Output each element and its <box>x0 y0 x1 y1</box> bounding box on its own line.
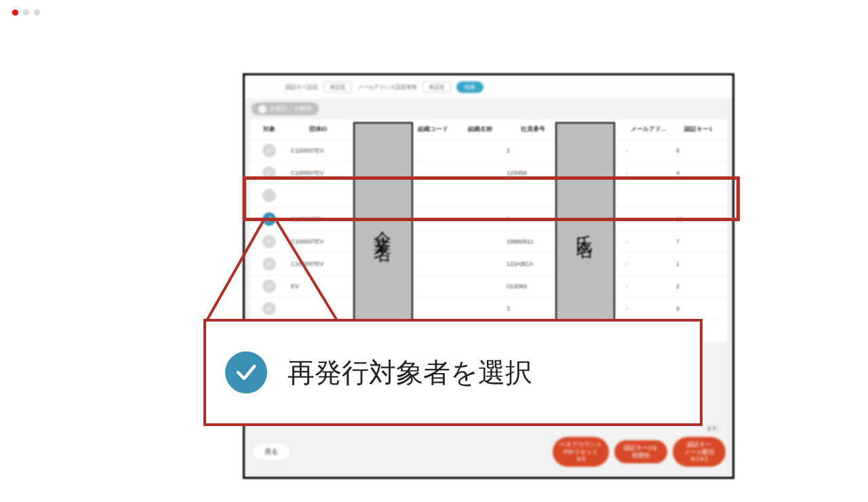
cell-mail: - <box>623 212 673 227</box>
cell-emp: 123456 <box>504 166 562 180</box>
cell-id: C100007EV <box>288 143 348 158</box>
table-row[interactable]: ✓ EV 013069 - 2 <box>250 275 727 298</box>
cell-mail: - <box>623 256 673 271</box>
cell-emp: 013069 <box>504 279 562 294</box>
row-check-icon[interactable]: ✓ <box>262 166 276 180</box>
select-all-button[interactable]: ✓ 全選択／全解除 <box>252 102 319 115</box>
table-row[interactable]: ✓ 3 - 9 <box>250 298 727 320</box>
min-dot <box>23 9 29 16</box>
filter2-label: メールアドレス設定有無 <box>357 83 417 91</box>
callout-text: 再発行対象者を選択 <box>288 354 532 391</box>
row-check-icon[interactable]: ✓ <box>262 235 276 248</box>
col-org-nm: 組織名称 <box>456 121 504 138</box>
pw-reset-button[interactable]: ベネアカウント PWリセット ※3 <box>553 437 609 467</box>
cell-id: C100007EV <box>288 212 348 227</box>
cell-emp: 19960811 <box>504 234 562 249</box>
filter1-value[interactable]: 未設定 <box>323 81 352 93</box>
select-all-label: 全選択／全解除 <box>269 104 312 113</box>
footer-bar: 戻る ベネアカウント PWリセット ※3 認証キー2を 初期化 認証キー メール… <box>245 433 732 470</box>
cell-id: EV <box>288 279 348 294</box>
cell-mail: - <box>623 234 673 249</box>
cell-key: 8 <box>673 143 724 158</box>
cell-id: C100007EV <box>288 166 348 180</box>
cell-mail <box>623 192 673 200</box>
cell-key: 2 <box>673 279 724 294</box>
row-check-icon[interactable]: ✓ <box>262 279 276 293</box>
cell-key: 12 <box>673 212 724 227</box>
table-row[interactable] <box>250 185 727 208</box>
row-check-icon[interactable]: ✓ <box>262 302 276 315</box>
column-mask-name: 氏名 <box>555 122 615 332</box>
back-button[interactable]: 戻る <box>252 442 291 461</box>
user-table: 対象 団体ID 団体名称 組織コード 組織名称 社員番号 氏名 メールアド...… <box>250 119 727 343</box>
cell-emp: 2 <box>504 143 562 158</box>
footnote: ます。 <box>707 425 723 432</box>
column-mask-company: 企業名 <box>353 122 413 332</box>
row-check-icon[interactable] <box>262 189 276 202</box>
row-check-icon[interactable]: ✓ <box>262 257 276 271</box>
cell-emp: 3 <box>504 301 562 316</box>
cell-id <box>288 305 348 313</box>
row-check-icon[interactable]: ✓ <box>262 144 276 157</box>
table-row[interactable]: ✓ C100007EV 123ABCA - 1 <box>250 253 727 275</box>
col-key1: 認証キー1 <box>673 121 724 138</box>
callout-box: 再発行対象者を選択 <box>203 319 703 426</box>
check-icon <box>225 351 267 393</box>
cell-key <box>673 192 724 200</box>
check-icon: ✓ <box>258 105 267 113</box>
cell-emp <box>504 192 562 200</box>
cell-mail: - <box>623 166 673 180</box>
col-emp-no: 社員番号 <box>504 121 562 138</box>
close-dot <box>12 9 18 16</box>
cell-emp: 123ABCA <box>504 256 562 271</box>
cell-id: C100007EV <box>288 234 348 249</box>
key2-init-button[interactable]: 認証キー2を 初期化 <box>614 440 667 463</box>
col-org-cd: 組織コード <box>409 121 456 138</box>
table-row[interactable]: ✓ C100007EV 6 - 12 <box>250 208 727 231</box>
filter1-label: 認証キー設定 <box>285 83 318 91</box>
table-row[interactable]: ✓ C100007EV 123456 - 4 <box>250 162 727 185</box>
row-check-icon[interactable]: ✓ <box>262 212 276 226</box>
cell-mail: - <box>623 301 673 316</box>
key-mail-button[interactable]: 認証キー メール配信 ※1※2 <box>673 437 726 467</box>
table-header: 対象 団体ID 団体名称 組織コード 組織名称 社員番号 氏名 メールアド...… <box>250 119 727 140</box>
table-row[interactable]: ✓ C100007EV 2 - 8 <box>250 140 727 162</box>
col-mail: メールアド... <box>623 121 673 138</box>
search-button[interactable]: 検索 <box>456 81 484 93</box>
filter-bar: 認証キー設定 未設定 メールアドレス設定有無 未設定 検索 <box>245 75 732 98</box>
cell-key: 7 <box>673 234 724 249</box>
filter2-value[interactable]: 未設定 <box>422 81 451 93</box>
cell-mail: - <box>623 279 673 294</box>
table-row[interactable]: ✓ C100007EV 19960811 - 7 <box>250 231 727 253</box>
cell-id: C100007EV <box>288 256 348 271</box>
max-dot <box>34 9 40 16</box>
cell-key: 1 <box>673 256 724 271</box>
window-controls <box>12 9 40 16</box>
cell-key: 4 <box>673 166 724 180</box>
cell-mail: - <box>623 143 673 158</box>
cell-id <box>288 192 348 200</box>
col-group-id: 団体ID <box>288 121 348 138</box>
col-target: 対象 <box>250 121 288 138</box>
cell-emp: 6 <box>504 212 562 227</box>
cell-key: 9 <box>673 301 724 316</box>
